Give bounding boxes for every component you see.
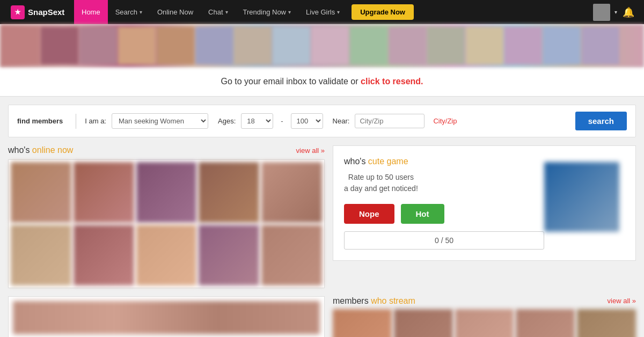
member-thumb[interactable] — [11, 162, 71, 223]
bottom-left-section — [8, 296, 325, 337]
user-menu[interactable]: ▾ — [593, 4, 617, 21]
members-stream-highlight: who stream — [371, 296, 415, 305]
banner-thumb — [389, 27, 426, 64]
bottom-left-overlay — [13, 301, 320, 334]
cute-game-card: who's cute game Rate up to 50 users a da… — [333, 145, 636, 261]
cute-game-desc-line2: a day and get noticed! — [344, 184, 418, 193]
cute-game-panel: who's cute game Rate up to 50 users a da… — [333, 145, 636, 288]
banner-thumb — [311, 27, 349, 64]
online-now-header: who's online now view all » — [8, 145, 325, 155]
members-stream-before: members — [333, 296, 371, 305]
nav-live-girls[interactable]: Live Girls ▾ — [298, 0, 347, 24]
online-now-title: who's online now — [8, 145, 73, 155]
stream-thumbs — [333, 309, 636, 337]
banner-thumb — [582, 27, 619, 64]
nav-chat[interactable]: Chat ▾ — [201, 0, 235, 24]
banner-thumb — [2, 27, 40, 64]
online-now-title-highlight: online now — [32, 145, 74, 155]
online-now-view-all[interactable]: view all » — [296, 146, 325, 155]
stream-view-all[interactable]: view all » — [608, 297, 636, 305]
logo-area[interactable]: ★ SnapSext — [4, 0, 74, 24]
email-validation-notice: Go to your email inbox to validate or cl… — [0, 67, 644, 97]
banner-thumb — [427, 27, 465, 64]
cute-game-desc-line1: Rate up to 50 users — [348, 173, 414, 181]
divider — [76, 114, 76, 129]
avatar — [593, 4, 610, 21]
chat-arrow-icon: ▾ — [225, 9, 228, 15]
member-thumb[interactable] — [261, 225, 322, 285]
nope-button[interactable]: Nope — [344, 204, 394, 224]
cute-game-buttons: Nope Hot — [344, 204, 444, 224]
live-girls-arrow-icon: ▾ — [337, 9, 340, 15]
find-members-label: find members — [17, 117, 63, 125]
nav-home[interactable]: Home — [74, 0, 108, 24]
member-thumb[interactable] — [199, 225, 259, 285]
rating-progress: 0 / 50 — [344, 231, 544, 250]
member-thumb[interactable] — [136, 162, 197, 223]
notifications-bell-icon[interactable]: 🔔 — [617, 6, 640, 18]
member-search-bar: find members I am a: Man seeking Women W… — [8, 105, 636, 137]
age-min-select[interactable]: 18212530 — [241, 113, 273, 129]
banner-thumb — [234, 27, 272, 64]
banner-strip — [0, 24, 644, 67]
near-input[interactable] — [355, 114, 425, 128]
stream-thumb[interactable] — [394, 309, 453, 337]
cute-game-description: Rate up to 50 users a day and get notice… — [344, 172, 418, 194]
upgrade-now-button[interactable]: Upgrade Now — [352, 4, 414, 20]
nav-trending-now-label: Trending Now — [243, 8, 286, 16]
banner-thumb — [157, 27, 194, 64]
resend-link[interactable]: click to resend. — [361, 77, 423, 86]
cute-game-title-highlight: cute game — [368, 157, 408, 166]
stream-thumb[interactable] — [516, 309, 575, 337]
banner-thumb — [466, 27, 503, 64]
logo-icon: ★ — [11, 5, 25, 19]
bottom-row: members who stream view all » — [8, 296, 636, 337]
progress-current: 0 — [435, 236, 439, 245]
nav-search[interactable]: Search ▾ — [108, 0, 150, 24]
seeking-select[interactable]: Man seeking Women Woman seeking Men Man … — [112, 113, 208, 129]
member-thumb[interactable] — [11, 225, 71, 285]
trending-arrow-icon: ▾ — [288, 9, 291, 15]
cute-game-title: who's cute game — [344, 157, 408, 166]
banner-thumb — [504, 27, 542, 64]
iam-label: I am a: — [85, 117, 106, 125]
online-now-title-before: who's — [8, 145, 32, 155]
email-notice-text: Go to your email inbox to validate or — [221, 77, 361, 86]
member-thumb[interactable] — [74, 225, 134, 285]
members-stream-header: members who stream view all » — [333, 296, 636, 306]
banner-thumb — [543, 27, 581, 64]
cute-game-photo — [544, 162, 619, 232]
members-stream-title: members who stream — [333, 296, 415, 306]
cute-game-title-before: who's — [344, 157, 368, 166]
nav-search-label: Search — [115, 8, 137, 16]
brand-name: SnapSext — [28, 8, 64, 17]
banner-thumb — [195, 27, 233, 64]
nav-online-now-label: Online Now — [157, 8, 193, 16]
hot-button[interactable]: Hot — [401, 204, 444, 224]
member-thumb[interactable] — [74, 162, 134, 223]
nav-online-now[interactable]: Online Now — [150, 0, 201, 24]
age-max-select[interactable]: 100506070 — [291, 113, 323, 129]
stream-thumb[interactable] — [577, 309, 636, 337]
banner-thumb — [273, 27, 310, 64]
nav-trending-now[interactable]: Trending Now ▾ — [236, 0, 298, 24]
online-now-grid — [8, 159, 325, 288]
search-button[interactable]: search — [575, 112, 627, 130]
member-thumb[interactable] — [199, 162, 259, 223]
nav-live-girls-label: Live Girls — [306, 8, 335, 16]
banner-thumb — [118, 27, 156, 64]
city-zip-label: City/Zip — [433, 117, 457, 125]
member-thumb[interactable] — [136, 225, 197, 285]
ages-label: Ages: — [218, 117, 236, 125]
member-thumb[interactable] — [261, 162, 322, 223]
stream-thumb[interactable] — [333, 309, 392, 337]
banner-thumb — [350, 27, 387, 64]
main-content: who's online now view all » who's cute — [8, 145, 636, 288]
near-label: Near: — [333, 117, 350, 125]
progress-max: 50 — [445, 236, 453, 245]
members-stream-section: members who stream view all » — [333, 296, 636, 337]
online-now-panel: who's online now view all » — [8, 145, 325, 288]
nav-chat-label: Chat — [208, 8, 223, 16]
stream-thumb[interactable] — [455, 309, 514, 337]
navbar: ★ SnapSext Home Search ▾ Online Now Chat… — [0, 0, 644, 24]
